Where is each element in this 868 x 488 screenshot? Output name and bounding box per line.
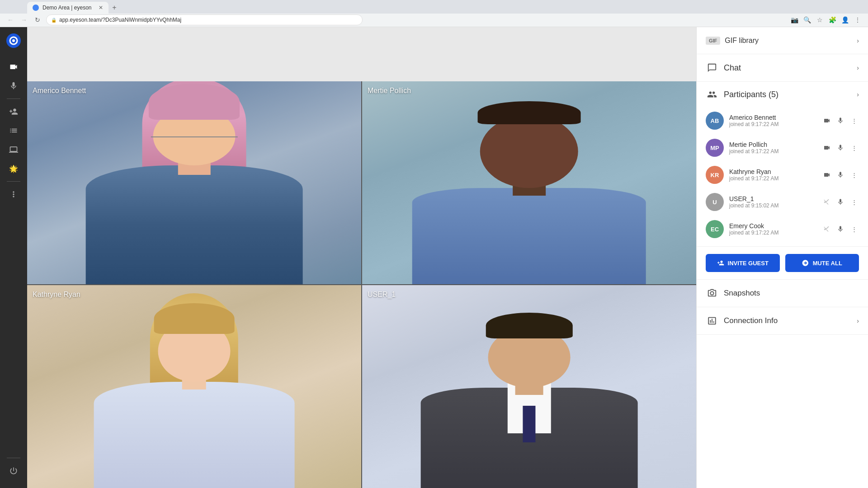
left-sidebar: 🌟 — [0, 27, 27, 488]
participants-header[interactable]: Participants (5) › — [697, 82, 868, 107]
extension-icon[interactable]: 📷 — [789, 15, 799, 25]
participants-section: Participants (5) › AB Americo Bennett jo… — [697, 82, 868, 247]
gif-header[interactable]: GIF GIF library › — [697, 27, 868, 54]
chat-section-header[interactable]: Chat › — [697, 54, 868, 82]
right-panel: GIF GIF library › Chat › Participants (5… — [696, 27, 868, 488]
connection-info-chevron-icon: › — [857, 317, 859, 324]
browser-chrome: Demo Area | eyeson ✕ + ← → ↻ 🔒 app.eyeso… — [0, 0, 868, 27]
sidebar-emoji-icon[interactable]: 🌟 — [5, 160, 22, 177]
participants-list: AB Americo Bennett joined at 9:17:22 AM … — [697, 107, 868, 246]
address-bar[interactable]: 🔒 app.eyeson.team/?Dc3PuaNiWnmidpbYYvQhh… — [46, 14, 363, 25]
profile-icon[interactable]: 👤 — [840, 15, 850, 25]
camera-icon-kr[interactable] — [822, 170, 832, 180]
mute-all-button[interactable]: MUTE ALL — [785, 254, 859, 272]
more-icon-ab[interactable]: ⋮ — [849, 116, 859, 126]
sidebar-mic-icon[interactable] — [5, 78, 22, 94]
participant-row-u1: U USER_1 joined at 9:15:02 AM ⋮ — [697, 188, 868, 216]
reload-button[interactable]: ↻ — [33, 15, 42, 25]
mic-icon-u1[interactable] — [835, 197, 845, 207]
url-text: app.eyeson.team/?Dc3PuaNiWnmidpbYYvQhhMa… — [59, 17, 181, 23]
mic-icon-kr[interactable] — [835, 170, 845, 180]
participant-label-kathryne: Kathryne Ryan — [33, 291, 80, 299]
video-cell-americo: Americo Bennett — [27, 81, 361, 284]
sidebar-divider-3 — [7, 458, 20, 458]
participant-joined-ab: joined at 9:17:22 AM — [729, 121, 822, 127]
participant-info-kr: Kathryne Ryan joined at 9:17:22 AM — [729, 168, 822, 182]
participant-controls-u1: ⋮ — [822, 197, 859, 207]
participant-controls-ab: ⋮ — [822, 116, 859, 126]
participant-controls-kr: ⋮ — [822, 170, 859, 180]
chat-chevron-icon: › — [857, 64, 859, 71]
more-icon-mp[interactable]: ⋮ — [849, 143, 859, 153]
participant-label-user1: USER_1 — [368, 291, 396, 299]
participant-controls-mp: ⋮ — [822, 143, 859, 153]
forward-button[interactable]: → — [19, 15, 29, 25]
participant-row-kr: KR Kathryne Ryan joined at 9:17:22 AM ⋮ — [697, 161, 868, 188]
participant-label-americo: Americo Bennett — [33, 87, 86, 95]
mute-all-label: MUTE ALL — [813, 260, 842, 267]
sidebar-screen-share-icon[interactable] — [5, 141, 22, 158]
sidebar-divider-1 — [7, 99, 20, 99]
participant-info-ec: Emery Cook joined at 9:17:22 AM — [729, 222, 822, 236]
video-cell-kathryne: Kathryne Ryan — [27, 285, 361, 488]
new-tab-button[interactable]: + — [108, 2, 120, 14]
participant-info-ab: Americo Bennett joined at 9:17:22 AM — [729, 114, 822, 127]
gif-chevron-icon: › — [857, 37, 859, 44]
extension-icon-2[interactable]: 🧩 — [827, 15, 837, 25]
search-icon[interactable]: 🔍 — [802, 15, 812, 25]
participant-info-u1: USER_1 joined at 9:15:02 AM — [729, 195, 822, 209]
lock-icon: 🔒 — [51, 18, 57, 23]
avatar-ec: EC — [706, 220, 724, 238]
camera-icon-u1[interactable] — [822, 197, 832, 207]
mic-icon-mp[interactable] — [835, 143, 845, 153]
avatar-u1: U — [706, 193, 724, 211]
bookmark-icon[interactable]: ☆ — [815, 15, 825, 25]
back-button[interactable]: ← — [5, 15, 15, 25]
more-icon-ec[interactable]: ⋮ — [849, 224, 859, 234]
invite-guest-button[interactable]: INVITE GUEST — [706, 254, 780, 272]
gif-badge: GIF — [706, 37, 720, 45]
camera-icon-mp[interactable] — [822, 143, 832, 153]
camera-icon-ec[interactable] — [822, 224, 832, 234]
participant-row-mp: MP Mertie Pollich joined at 9:17:22 AM ⋮ — [697, 134, 868, 161]
participant-joined-u1: joined at 9:15:02 AM — [729, 202, 822, 209]
snapshots-icon — [706, 287, 718, 300]
video-cell-mertie: Mertie Pollich — [362, 81, 696, 284]
sidebar-camera-icon[interactable] — [5, 59, 22, 75]
top-area — [27, 27, 696, 54]
app-container: 🌟 — [0, 27, 868, 488]
participant-name-ab: Americo Bennett — [729, 114, 822, 121]
participant-joined-ec: joined at 9:17:22 AM — [729, 230, 822, 236]
tab-title: Demo Area | eyeson — [42, 5, 92, 11]
connection-info-section[interactable]: Connection Info › — [697, 307, 868, 335]
more-icon-kr[interactable]: ⋮ — [849, 170, 859, 180]
snapshots-section[interactable]: Snapshots — [697, 280, 868, 307]
avatar-ab: AB — [706, 112, 724, 130]
svg-point-2 — [12, 39, 15, 42]
more-icon-u1[interactable]: ⋮ — [849, 197, 859, 207]
participant-row-ab: AB Americo Bennett joined at 9:17:22 AM … — [697, 107, 868, 134]
participant-row-ec: EC Emery Cook joined at 9:17:22 AM ⋮ — [697, 216, 868, 243]
mic-icon-ab[interactable] — [835, 116, 845, 126]
sidebar-list-icon[interactable] — [5, 122, 22, 139]
menu-icon[interactable]: ⋮ — [853, 15, 863, 25]
sidebar-power-icon[interactable] — [5, 463, 22, 479]
participants-icon — [706, 88, 718, 101]
main-content: Americo Bennett Mertie Pol — [27, 27, 696, 488]
active-tab[interactable]: Demo Area | eyeson ✕ — [27, 2, 108, 14]
connection-info-title: Connection Info — [724, 316, 857, 325]
sidebar-more-icon[interactable] — [5, 186, 22, 202]
video-grid: Americo Bennett Mertie Pol — [27, 81, 696, 488]
mic-icon-ec[interactable] — [835, 224, 845, 234]
browser-toolbar: ← → ↻ 🔒 app.eyeson.team/?Dc3PuaNiWnmidpb… — [0, 14, 868, 27]
action-buttons: INVITE GUEST MUTE ALL — [697, 247, 868, 280]
participant-label-mertie: Mertie Pollich — [368, 87, 411, 95]
tab-favicon — [33, 5, 39, 11]
avatar-kr: KR — [706, 166, 724, 184]
app-logo — [5, 33, 22, 51]
sidebar-add-user-icon[interactable] — [5, 103, 22, 120]
camera-icon-ab[interactable] — [822, 116, 832, 126]
participants-chevron-icon: › — [857, 91, 859, 98]
tab-close-button[interactable]: ✕ — [99, 5, 103, 11]
participant-name-ec: Emery Cook — [729, 222, 822, 230]
